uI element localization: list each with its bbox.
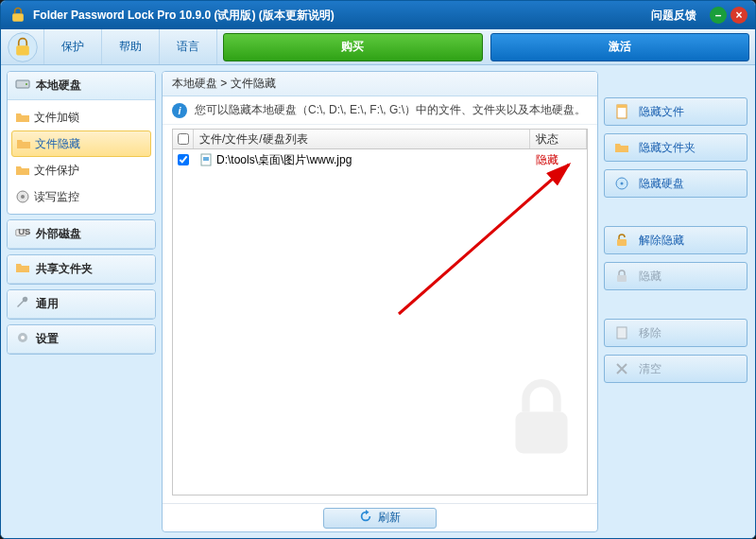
hide-file-button[interactable]: 隐藏文件 bbox=[604, 97, 747, 126]
info-text: 您可以隐藏本地硬盘（C:\, D:\, E:\, F:\, G:\）中的文件、文… bbox=[195, 102, 586, 118]
header-checkbox[interactable] bbox=[173, 130, 194, 148]
action-column: 隐藏文件 隐藏文件夹 隐藏硬盘 解除隐藏 隐藏 移除 清空 bbox=[604, 71, 749, 532]
folder-hide-icon bbox=[16, 136, 31, 151]
svg-point-4 bbox=[26, 83, 27, 85]
panel-general: 通用 bbox=[7, 289, 156, 320]
sidebar: 本地硬盘 文件加锁 文件隐藏 文件保护 bbox=[1, 65, 162, 538]
activate-button[interactable]: 激活 bbox=[490, 33, 750, 61]
refresh-icon bbox=[359, 510, 372, 526]
header-path[interactable]: 文件/文件夹/硬盘列表 bbox=[194, 130, 530, 148]
remove-button[interactable]: 移除 bbox=[604, 319, 747, 347]
unhide-button[interactable]: 解除隐藏 bbox=[604, 226, 747, 254]
refresh-button[interactable]: 刷新 bbox=[323, 508, 437, 529]
svg-rect-2 bbox=[16, 45, 29, 55]
svg-rect-20 bbox=[617, 239, 627, 246]
hide-button[interactable]: 隐藏 bbox=[604, 262, 747, 290]
svg-rect-13 bbox=[203, 157, 209, 161]
sidebar-item-monitor[interactable]: 读写监控 bbox=[8, 183, 155, 210]
folder-lock-icon bbox=[15, 110, 30, 125]
breadcrumb: 本地硬盘 > 文件隐藏 bbox=[163, 72, 597, 96]
info-icon: i bbox=[172, 103, 187, 118]
disk-icon bbox=[15, 77, 30, 95]
folder-protect-icon bbox=[15, 163, 30, 178]
svg-rect-22 bbox=[617, 327, 627, 339]
wrench-icon bbox=[15, 295, 30, 313]
sidebar-item-protect[interactable]: 文件保护 bbox=[8, 157, 155, 183]
table-row[interactable]: D:\tools\桌面\图片\www.jpg 隐藏 bbox=[173, 149, 587, 170]
disk-icon bbox=[614, 176, 629, 191]
remove-icon bbox=[614, 325, 629, 340]
monitor-icon bbox=[15, 189, 30, 204]
panel-settings: 设置 bbox=[7, 324, 156, 355]
buy-button[interactable]: 购买 bbox=[223, 33, 483, 61]
share-folder-icon bbox=[15, 260, 30, 278]
unlock-icon bbox=[614, 233, 629, 248]
file-icon bbox=[614, 104, 629, 119]
panel-header-external[interactable]: USB 外部磁盘 bbox=[8, 220, 155, 249]
svg-point-6 bbox=[21, 195, 25, 199]
row-checkbox[interactable] bbox=[178, 154, 189, 165]
panel-header-general[interactable]: 通用 bbox=[8, 290, 155, 319]
window-title: Folder Password Lock Pro 10.9.0 (试用版) (版… bbox=[33, 8, 335, 24]
row-path: D:\tools\桌面\图片\www.jpg bbox=[216, 152, 352, 168]
svg-rect-0 bbox=[12, 13, 24, 21]
svg-point-19 bbox=[621, 183, 624, 185]
panel-external: USB 外部磁盘 bbox=[7, 219, 156, 250]
lock-icon bbox=[614, 269, 629, 284]
sidebar-item-lock[interactable]: 文件加锁 bbox=[8, 104, 155, 130]
svg-point-11 bbox=[21, 336, 25, 339]
main-panel: 本地硬盘 > 文件隐藏 i 您可以隐藏本地硬盘（C:\, D:\, E:\, F… bbox=[162, 71, 598, 532]
file-icon bbox=[199, 153, 213, 166]
info-bar: i 您可以隐藏本地硬盘（C:\, D:\, E:\, F:\, G:\）中的文件… bbox=[163, 96, 597, 125]
menu-help[interactable]: 帮助 bbox=[102, 29, 160, 64]
feedback-link[interactable]: 问题反馈 bbox=[651, 8, 696, 24]
folder-icon bbox=[614, 140, 629, 155]
close-button[interactable]: × bbox=[730, 7, 747, 24]
svg-text:USB: USB bbox=[18, 227, 30, 236]
menu-language[interactable]: 语言 bbox=[160, 29, 217, 64]
svg-rect-21 bbox=[617, 275, 627, 282]
menu-protect[interactable]: 保护 bbox=[44, 29, 102, 64]
table-body[interactable]: D:\tools\桌面\图片\www.jpg 隐藏 bbox=[172, 149, 588, 496]
clear-button[interactable]: 清空 bbox=[604, 355, 747, 383]
header-status[interactable]: 状态 bbox=[530, 130, 587, 148]
panel-local-disk: 本地硬盘 文件加锁 文件隐藏 文件保护 bbox=[7, 71, 156, 215]
menu-bar: 保护 帮助 语言 bbox=[44, 29, 217, 64]
title-bar[interactable]: Folder Password Lock Pro 10.9.0 (试用版) (版… bbox=[1, 1, 755, 29]
hide-folder-button[interactable]: 隐藏文件夹 bbox=[604, 133, 747, 162]
usb-icon: USB bbox=[15, 227, 30, 241]
file-table: 文件/文件夹/硬盘列表 状态 D:\tools\桌面\图片\www.jpg 隐藏 bbox=[163, 125, 597, 503]
panel-header-settings[interactable]: 设置 bbox=[8, 325, 155, 354]
panel-title: 本地硬盘 bbox=[36, 78, 81, 94]
sidebar-item-hide[interactable]: 文件隐藏 bbox=[11, 130, 151, 157]
toolbar: 保护 帮助 语言 购买 激活 bbox=[1, 29, 755, 65]
hide-disk-button[interactable]: 隐藏硬盘 bbox=[604, 169, 747, 198]
clear-icon bbox=[614, 361, 629, 376]
panel-header-share[interactable]: 共享文件夹 bbox=[8, 255, 155, 284]
row-status: 隐藏 bbox=[530, 152, 587, 168]
brand-lock-icon bbox=[1, 29, 44, 64]
gear-icon bbox=[15, 330, 30, 348]
minimize-button[interactable]: – bbox=[710, 7, 727, 24]
panel-share: 共享文件夹 bbox=[7, 254, 156, 285]
svg-rect-17 bbox=[617, 105, 627, 108]
panel-header-local[interactable]: 本地硬盘 bbox=[8, 72, 155, 100]
app-lock-icon bbox=[9, 6, 27, 25]
app-window: Folder Password Lock Pro 10.9.0 (试用版) (版… bbox=[0, 0, 756, 539]
